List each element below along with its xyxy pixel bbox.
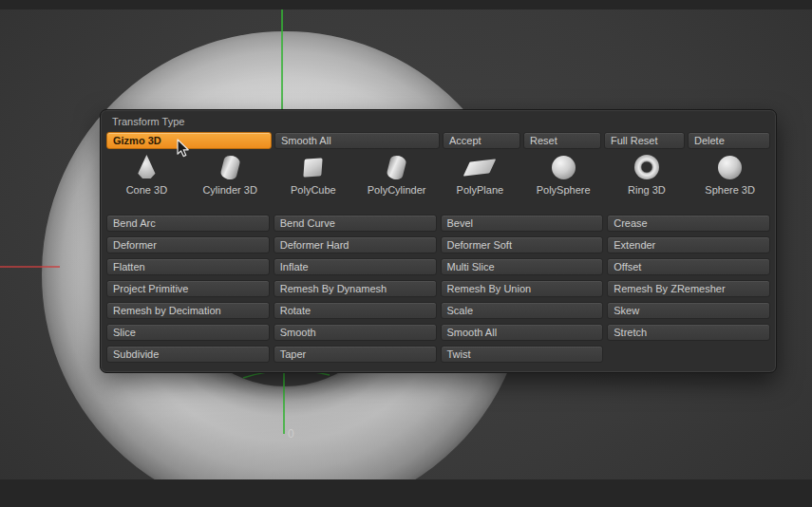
top-button-row: Gizmo 3D Smooth All Accept Reset Full Re… — [105, 132, 771, 149]
smooth-all-deformer-button[interactable]: Smooth All — [441, 324, 604, 341]
primitive-polycylinder[interactable]: PolyCylinder — [356, 153, 437, 196]
project-primitive-button[interactable]: Project Primitive — [106, 280, 270, 297]
primitive-polycube[interactable]: PolyCube — [274, 153, 354, 196]
remesh-by-union-button[interactable]: Remesh By Union — [441, 280, 604, 297]
primitive-label: PolySphere — [523, 184, 604, 196]
scale-button[interactable]: Scale — [441, 302, 604, 319]
primitive-label: PolyPlane — [440, 184, 520, 196]
cone-icon — [135, 155, 158, 179]
rotate-button[interactable]: Rotate — [274, 302, 437, 319]
offset-button[interactable]: Offset — [607, 258, 770, 275]
primitive-label: Sphere 3D — [689, 184, 770, 196]
3d-viewport[interactable]: 0 Transform Type Gizmo 3D Smooth All Acc… — [0, 0, 812, 507]
remesh-by-zremesher-button[interactable]: Remesh By ZRemesher — [607, 280, 770, 297]
deformer-button[interactable]: Deformer — [106, 236, 270, 254]
gizmo-3d-button[interactable]: Gizmo 3D — [106, 132, 272, 149]
deformer-hard-button[interactable]: Deformer Hard — [274, 236, 437, 254]
bend-curve-button[interactable]: Bend Curve — [274, 215, 437, 232]
primitive-cylinder-3d[interactable]: Cylinder 3D — [190, 153, 271, 196]
accept-button[interactable]: Accept — [443, 132, 520, 149]
cube-icon — [304, 158, 323, 177]
transform-type-panel: Transform Type Gizmo 3D Smooth All Accep… — [100, 109, 777, 373]
inflate-button[interactable]: Inflate — [274, 258, 437, 275]
bevel-button[interactable]: Bevel — [441, 215, 604, 232]
sphere-icon — [718, 156, 742, 179]
primitive-sphere-3d[interactable]: Sphere 3D — [689, 153, 770, 196]
skew-button[interactable]: Skew — [607, 302, 770, 319]
full-reset-button[interactable]: Full Reset — [604, 132, 685, 149]
top-letterbox-bar — [0, 0, 812, 9]
crease-button[interactable]: Crease — [607, 215, 770, 232]
primitive-label: Ring 3D — [607, 184, 688, 196]
ring-icon — [634, 155, 659, 179]
primitive-row: Cone 3D Cylinder 3D PolyCube PolyCylinde… — [105, 153, 771, 196]
grid-empty-cell — [607, 346, 770, 363]
primitive-polyplane[interactable]: PolyPlane — [440, 153, 520, 196]
primitive-label: PolyCube — [274, 184, 354, 196]
remesh-by-dynamesh-button[interactable]: Remesh By Dynamesh — [274, 280, 437, 297]
primitive-cone-3d[interactable]: Cone 3D — [106, 153, 187, 196]
stretch-button[interactable]: Stretch — [607, 324, 770, 341]
multi-slice-button[interactable]: Multi Slice — [441, 258, 604, 275]
cylinder-icon — [219, 154, 241, 180]
sphere-icon — [552, 156, 576, 179]
twist-button[interactable]: Twist — [441, 346, 604, 363]
bottom-letterbox-bar — [0, 479, 812, 507]
delete-button[interactable]: Delete — [688, 132, 770, 149]
bend-arc-button[interactable]: Bend Arc — [106, 215, 270, 232]
panel-title: Transform Type — [112, 116, 771, 127]
cylinder-icon — [386, 154, 407, 180]
flatten-button[interactable]: Flatten — [106, 258, 270, 275]
deformer-grid: Bend Arc Bend Curve Bevel Crease Deforme… — [105, 215, 771, 363]
primitive-label: PolyCylinder — [356, 184, 437, 196]
primitive-ring-3d[interactable]: Ring 3D — [607, 153, 688, 196]
reset-button[interactable]: Reset — [523, 132, 601, 149]
primitive-polysphere[interactable]: PolySphere — [523, 153, 604, 196]
origin-label: 0 — [288, 427, 294, 441]
smooth-all-button[interactable]: Smooth All — [274, 132, 440, 149]
taper-button[interactable]: Taper — [274, 346, 437, 363]
deformer-soft-button[interactable]: Deformer Soft — [441, 236, 604, 254]
smooth-button[interactable]: Smooth — [274, 324, 437, 341]
slice-button[interactable]: Slice — [106, 324, 270, 341]
primitive-label: Cylinder 3D — [190, 184, 271, 196]
extender-button[interactable]: Extender — [607, 236, 770, 254]
primitive-label: Cone 3D — [106, 184, 187, 196]
plane-icon — [463, 159, 496, 176]
remesh-by-decimation-button[interactable]: Remesh by Decimation — [106, 302, 270, 319]
subdivide-button[interactable]: Subdivide — [106, 346, 270, 363]
